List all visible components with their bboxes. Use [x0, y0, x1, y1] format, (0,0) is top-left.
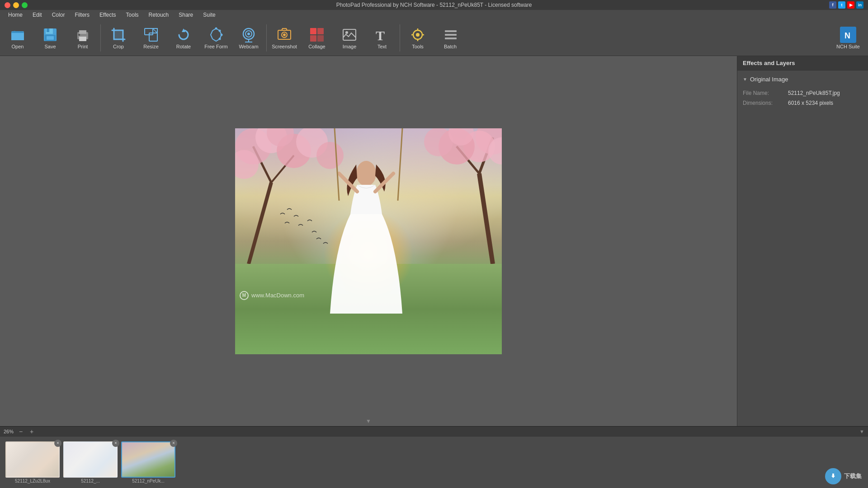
svg-rect-7 [79, 30, 86, 34]
thumbnail-label-1: 52112_LZu2L8ux [5, 479, 60, 483]
menu-retouch[interactable]: Retouch [144, 11, 174, 19]
menu-effects[interactable]: Effects [95, 11, 120, 19]
title-bar: PhotoPad Professional by NCH Software - … [0, 0, 868, 10]
main-area: M www.MacDown.com ▼ Effects and Layers ▼… [0, 56, 868, 426]
tools-button[interactable]: Tools [402, 22, 434, 54]
freeform-button[interactable]: Free Form [200, 22, 232, 54]
scroll-down-arrow[interactable]: ▼ [859, 429, 864, 434]
section-header: ▼ Original Image [743, 74, 863, 84]
rotate-icon [175, 27, 192, 43]
watermark-icon: M [240, 291, 249, 300]
webcam-icon [241, 27, 257, 43]
save-button[interactable]: Save [34, 22, 66, 54]
menu-tools[interactable]: Tools [122, 11, 143, 19]
main-canvas[interactable]: M www.MacDown.com [235, 128, 502, 354]
batch-label: Batch [444, 44, 457, 49]
collage-button[interactable]: Collage [301, 22, 333, 54]
crop-label: Crop [113, 44, 124, 49]
menu-home[interactable]: Home [4, 11, 27, 19]
thumbnail-item-1[interactable]: × 52112_LZu2L8ux [5, 441, 60, 483]
svg-rect-28 [310, 35, 316, 42]
print-icon [75, 27, 91, 43]
tools-icon [410, 27, 426, 43]
webcam-button[interactable]: Webcam [233, 22, 264, 54]
maximize-button[interactable] [22, 2, 28, 8]
screenshot-icon [276, 27, 292, 43]
open-icon [9, 27, 26, 43]
image-button[interactable]: Image [334, 22, 365, 54]
menu-color[interactable]: Color [47, 11, 70, 19]
twitter-icon[interactable]: t [838, 1, 845, 9]
zoom-minus-button[interactable]: − [17, 428, 24, 435]
svg-rect-40 [445, 34, 457, 36]
thumbnail-close-3[interactable]: × [170, 440, 177, 447]
facebook-icon[interactable]: f [829, 1, 836, 9]
nch-suite-button[interactable]: N NCH Suite [830, 22, 866, 54]
menu-share[interactable]: Share [174, 11, 198, 19]
filename-label: File Name: [743, 90, 788, 96]
download-badge: 下载集 [825, 468, 862, 484]
toolbar-divider-3 [400, 24, 400, 52]
svg-rect-29 [317, 35, 324, 42]
thumbnail-close-1[interactable]: × [54, 440, 61, 447]
nch-suite-label: NCH Suite [836, 44, 860, 49]
svg-point-25 [283, 33, 286, 36]
collapse-arrow[interactable]: ▼ [743, 77, 747, 82]
svg-rect-70 [832, 474, 834, 476]
resize-button[interactable]: Resize [135, 22, 167, 54]
save-icon [42, 27, 58, 43]
window-controls[interactable] [5, 2, 28, 8]
title-icons: f t ▶ in [829, 1, 863, 9]
freeform-icon [208, 27, 224, 43]
youtube-icon[interactable]: ▶ [847, 1, 854, 9]
thumbnail-item-2[interactable]: × 52112_... [63, 441, 118, 483]
svg-text:N: N [844, 31, 850, 40]
open-label: Open [12, 44, 24, 49]
thumbnail-image-2 [63, 441, 118, 478]
svg-point-31 [345, 31, 348, 34]
image-label: Image [343, 44, 357, 49]
svg-rect-9 [78, 34, 80, 36]
text-icon: T [374, 27, 390, 43]
thumbnail-label-3: 52112_nPeUk... [121, 479, 175, 483]
status-bar: 26% − + ▼ [0, 426, 868, 436]
toolbar: Open Save Print [0, 20, 868, 56]
batch-icon [442, 27, 458, 43]
canvas-scroll-arrow: ▼ [366, 418, 371, 424]
crop-button[interactable]: Crop [103, 22, 134, 54]
watermark: M www.MacDown.com [240, 291, 304, 300]
open-button[interactable]: Open [2, 22, 33, 54]
nch-suite-icon: N [840, 27, 856, 43]
text-button[interactable]: T Text [366, 22, 398, 54]
birds-svg [271, 201, 362, 255]
menu-suite[interactable]: Suite [198, 11, 220, 19]
zoom-plus-button[interactable]: + [28, 428, 35, 435]
thumbnail-close-2[interactable]: × [112, 440, 119, 447]
menu-edit[interactable]: Edit [28, 11, 47, 19]
social-icons: f t ▶ in [829, 1, 863, 9]
save-label: Save [44, 44, 56, 49]
screenshot-label: Screenshot [272, 44, 297, 49]
toolbar-divider-1 [100, 24, 101, 52]
zoom-level: 26% [4, 429, 14, 434]
thumbnail-label-2: 52112_... [63, 479, 118, 483]
canvas-area: M www.MacDown.com ▼ [0, 56, 737, 426]
minimize-button[interactable] [13, 2, 19, 8]
svg-point-34 [416, 33, 420, 37]
freeform-label: Free Form [204, 44, 227, 49]
screenshot-button[interactable]: Screenshot [269, 22, 300, 54]
svg-rect-10 [114, 30, 123, 39]
menu-filters[interactable]: Filters [70, 11, 94, 19]
print-label: Print [78, 44, 88, 49]
rotate-button[interactable]: Rotate [168, 22, 199, 54]
thumbnail-item-3[interactable]: × 52112_nPeUk... [121, 441, 175, 483]
svg-point-17 [219, 38, 221, 40]
tools-label: Tools [412, 44, 424, 49]
print-button[interactable]: Print [67, 22, 99, 54]
linkedin-icon[interactable]: in [856, 1, 863, 9]
download-icon[interactable] [825, 468, 841, 484]
batch-button[interactable]: Batch [434, 22, 466, 54]
svg-text:T: T [376, 28, 385, 43]
close-button[interactable] [5, 2, 10, 8]
rotate-label: Rotate [176, 44, 191, 49]
